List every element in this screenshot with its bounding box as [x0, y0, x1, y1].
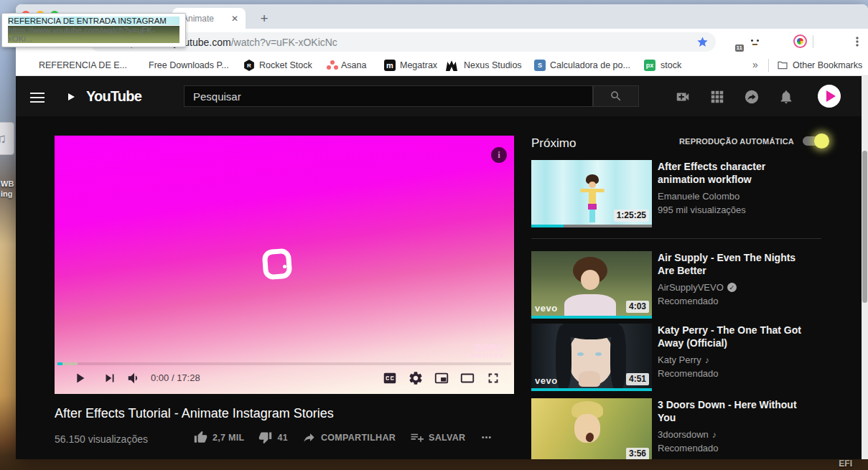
video-thumbnail[interactable]: 1:25:25 — [531, 160, 652, 227]
extension-pink-play-icon[interactable] — [827, 34, 841, 49]
nexus-studios-favicon — [446, 60, 457, 71]
calculadora-favicon: S — [534, 60, 546, 71]
other-bookmarks-button[interactable]: Other Bookmarks — [793, 60, 862, 70]
video-player[interactable]: i DOPE MOTIONS 0:00 / 17:28 — [55, 136, 514, 394]
video-title: After Effects Tutorial - Animate Instagr… — [55, 406, 528, 421]
rocketstock-favicon: R — [243, 60, 255, 71]
extension-camera-ring-icon[interactable] — [793, 34, 808, 49]
next-button[interactable] — [102, 370, 118, 386]
watch-progress-bar — [531, 225, 564, 227]
video-scribble-dot — [283, 265, 286, 268]
channel-name[interactable]: AirSupplyVEVO — [658, 282, 724, 293]
video-meta: 995 mil visualizações — [658, 205, 820, 215]
youtube-masthead: YouTube — [16, 76, 868, 116]
bookmark-megatrax[interactable]: Megatrax — [400, 60, 437, 70]
tab-close-icon[interactable]: ✕ — [230, 13, 240, 24]
sidebar-video-item[interactable]: 3:56 3 Doors Down - Here Without You 3do… — [531, 398, 827, 459]
youtube-logo-text[interactable]: YouTube — [86, 88, 141, 105]
dislike-count: 41 — [277, 433, 288, 443]
video-meta: Recomendado — [658, 296, 820, 306]
bookmark-asana[interactable]: Asana — [341, 60, 366, 70]
like-button[interactable]: 2,7 MIL — [194, 431, 244, 444]
sidebar-video-item[interactable]: vevo 4:03 Air Supply - Even The Nights A… — [531, 251, 827, 319]
more-horizontal-icon — [480, 431, 493, 444]
new-tab-button[interactable]: + — [256, 10, 273, 27]
hamburger-menu-icon[interactable] — [30, 90, 45, 105]
progress-bar-played — [57, 362, 62, 365]
sidebar-video-item[interactable]: vevo 4:51 Katy Perry - The One That Got … — [531, 324, 827, 391]
notifications-bell-icon[interactable] — [778, 89, 794, 105]
video-title[interactable]: Air Supply - Even The Nights Are Better — [658, 251, 810, 277]
fullscreen-icon[interactable] — [485, 370, 501, 386]
extension-dark-mode-moon-icon[interactable] — [771, 34, 785, 49]
vevo-watermark: vevo — [535, 303, 558, 314]
video-info: After Effects character animation workfl… — [658, 160, 820, 215]
save-label: SALVAR — [429, 433, 465, 443]
save-button[interactable]: SALVAR — [410, 431, 465, 444]
channel-name[interactable]: Emanuele Colombo — [658, 191, 739, 202]
tooltip-title: REFERENCIA DE ENTRADA INSTAGRAM — [8, 17, 179, 25]
video-info: 3 Doors Down - Here Without You 3doorsdo… — [658, 398, 820, 453]
video-title[interactable]: After Effects character animation workfl… — [658, 160, 810, 186]
video-info: Air Supply - Even The Nights Are Better … — [658, 251, 820, 306]
autoplay-toggle[interactable] — [803, 136, 827, 146]
video-meta: Recomendado — [658, 443, 820, 453]
theater-mode-icon[interactable] — [459, 370, 475, 386]
video-thumbnail[interactable]: vevo 4:03 — [531, 251, 652, 319]
share-button[interactable]: COMPARTILHAR — [302, 431, 396, 444]
video-duration: 4:51 — [626, 373, 649, 385]
messages-icon[interactable] — [744, 89, 760, 105]
progress-bar-track[interactable] — [57, 362, 511, 365]
music-note-icon: ♫ — [0, 131, 7, 147]
desktop-music-file-icon[interactable]: ♫ — [0, 122, 14, 155]
dislike-button[interactable]: 41 — [258, 431, 288, 444]
account-avatar[interactable] — [818, 85, 841, 108]
video-duration: 1:25:25 — [614, 210, 649, 222]
video-actions: 2,7 MIL 41 COMPARTILHAR SALVAR — [194, 431, 493, 444]
bookmark-calculadora[interactable]: Calculadora de po... — [550, 60, 630, 70]
video-title[interactable]: 3 Doors Down - Here Without You — [658, 398, 810, 424]
folder-icon — [777, 60, 788, 71]
player-info-button[interactable]: i — [491, 147, 507, 163]
video-upload-icon[interactable] — [675, 89, 691, 105]
search-input[interactable] — [185, 86, 592, 106]
video-thumbnail[interactable]: vevo 4:51 — [531, 324, 652, 391]
channel-name[interactable]: Katy Perry — [658, 354, 701, 365]
tooltip-url: https://www.youtube.com/watch?v=uFK-xOKi… — [8, 26, 179, 43]
bookmark-star-icon[interactable] — [696, 36, 709, 48]
autoplay-label: REPRODUÇÃO AUTOMÁTICA — [679, 137, 794, 146]
bookmark-nexus-studios[interactable]: Nexus Studios — [464, 60, 522, 70]
video-info: Katy Perry - The One That Got Away (Offi… — [658, 324, 820, 379]
search-button[interactable] — [593, 85, 639, 107]
video-thumbnail[interactable]: 3:56 — [531, 398, 652, 459]
extension-red-circle-icon[interactable]: 11 — [726, 34, 740, 49]
play-button[interactable] — [72, 370, 88, 386]
video-views: 56.150 visualizações — [55, 433, 148, 445]
search-icon — [610, 90, 622, 103]
bookmarks-separator — [768, 59, 769, 72]
video-title[interactable]: Katy Perry - The One That Got Away (Offi… — [658, 324, 810, 349]
video-duration: 3:56 — [626, 448, 649, 459]
search-box[interactable] — [184, 85, 593, 107]
page-scrollbar-thumb[interactable] — [862, 151, 867, 303]
sidebar-video-item[interactable]: 1:25:25 After Effects character animatio… — [531, 160, 827, 227]
bookmark-free-downloads[interactable]: Free Downloads P... — [149, 60, 229, 70]
bookmarks-overflow-chevron[interactable]: » — [752, 59, 758, 70]
bookmark-referencia[interactable]: REFERENCIA DE E... — [39, 60, 127, 70]
watermark-line1: DOPE — [472, 343, 505, 352]
channel-name[interactable]: 3doorsdown — [658, 429, 709, 440]
more-actions-button[interactable] — [480, 431, 493, 444]
bookmark-rocket-stock[interactable]: Rocket Stock — [259, 60, 312, 70]
captions-icon[interactable] — [382, 370, 398, 386]
share-label: COMPARTILHAR — [321, 433, 396, 443]
chrome-menu-kebab-icon[interactable] — [850, 34, 864, 49]
extension-robot-box-icon[interactable] — [749, 34, 763, 49]
video-meta: Recomendado — [658, 368, 820, 379]
miniplayer-icon[interactable] — [434, 370, 449, 386]
settings-gear-icon[interactable] — [408, 370, 424, 386]
volume-icon[interactable] — [126, 370, 142, 386]
browser-window: Animate ✕ + https://www.youtube.com/watc… — [16, 4, 868, 459]
apps-grid-icon[interactable] — [709, 89, 725, 105]
bookmark-stock[interactable]: stock — [661, 60, 681, 70]
screen: ♫ WB ing EFI Animate ✕ + — [0, 0, 868, 470]
